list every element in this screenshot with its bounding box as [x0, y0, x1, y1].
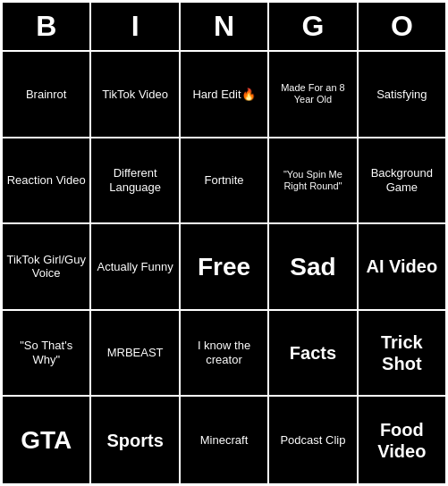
bingo-cell: Satisfying	[359, 52, 445, 138]
header-letter: I	[91, 3, 180, 52]
bingo-cell: Sports	[91, 397, 180, 483]
bingo-row: GTASportsMinecraftPodcast ClipFood Video	[3, 397, 445, 483]
bingo-cell: Free	[181, 224, 269, 311]
header-letter: N	[181, 3, 269, 52]
bingo-cell: Minecraft	[181, 397, 269, 483]
bingo-grid: BrainrotTikTok VideoHard Edit🔥Made For a…	[3, 52, 445, 483]
bingo-row: "So That's Why"MRBEASTI know the creator…	[3, 311, 445, 398]
bingo-cell: MRBEAST	[91, 311, 180, 398]
bingo-cell: Food Video	[359, 397, 445, 483]
bingo-cell: Reaction Video	[3, 138, 91, 225]
bingo-cell: Actually Funny	[91, 224, 180, 311]
bingo-cell: Sad	[269, 224, 358, 311]
bingo-card: BINGO BrainrotTikTok VideoHard Edit🔥Made…	[0, 0, 448, 486]
header-letter: O	[359, 3, 445, 52]
bingo-cell: Brainrot	[3, 52, 91, 138]
bingo-cell: Facts	[269, 311, 358, 398]
bingo-cell: TikTok Girl/Guy Voice	[3, 224, 91, 311]
bingo-cell: I know the creator	[181, 311, 269, 398]
bingo-cell: "You Spin Me Right Round"	[269, 138, 358, 225]
bingo-cell: "So That's Why"	[3, 311, 91, 398]
header-letter: B	[3, 3, 91, 52]
bingo-cell: Hard Edit🔥	[181, 52, 269, 138]
bingo-cell: Background Game	[359, 138, 445, 225]
header-letter: G	[269, 3, 358, 52]
bingo-cell: AI Video	[359, 224, 445, 311]
bingo-cell: Trick Shot	[359, 311, 445, 398]
bingo-row: TikTok Girl/Guy VoiceActually FunnyFreeS…	[3, 224, 445, 311]
bingo-header: BINGO	[3, 3, 445, 52]
bingo-cell: Podcast Clip	[269, 397, 358, 483]
bingo-cell: TikTok Video	[91, 52, 180, 138]
bingo-cell: Made For an 8 Year Old	[269, 52, 358, 138]
bingo-cell: Fortnite	[181, 138, 269, 225]
bingo-cell: Different Language	[91, 138, 180, 225]
bingo-row: Reaction VideoDifferent LanguageFortnite…	[3, 138, 445, 225]
bingo-cell: GTA	[3, 397, 91, 483]
bingo-row: BrainrotTikTok VideoHard Edit🔥Made For a…	[3, 52, 445, 138]
